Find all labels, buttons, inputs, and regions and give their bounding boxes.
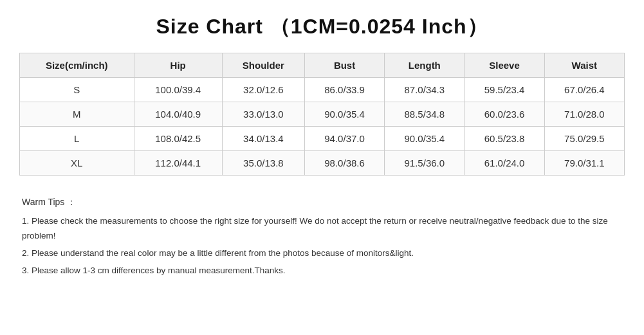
- cell-length: 90.0/35.4: [385, 127, 465, 151]
- cell-length: 91.5/36.0: [385, 151, 465, 176]
- table-header-row: Size(cm/inch) Hip Shoulder Bust Length S…: [20, 53, 625, 78]
- cell-bust: 98.0/38.6: [304, 151, 384, 176]
- warm-tips-item-2: 2. Please understand the real color may …: [22, 246, 622, 261]
- cell-bust: 90.0/35.4: [304, 102, 384, 127]
- cell-size: M: [20, 102, 134, 127]
- col-header-bust: Bust: [304, 53, 384, 78]
- table-row: M104.0/40.933.0/13.090.0/35.488.5/34.860…: [20, 102, 625, 127]
- cell-waist: 71.0/28.0: [544, 102, 624, 127]
- col-header-waist: Waist: [544, 53, 624, 78]
- size-table: Size(cm/inch) Hip Shoulder Bust Length S…: [19, 53, 625, 176]
- cell-shoulder: 35.0/13.8: [222, 151, 304, 176]
- cell-waist: 79.0/31.1: [544, 151, 624, 176]
- cell-shoulder: 34.0/13.4: [222, 127, 304, 151]
- col-header-length: Length: [385, 53, 465, 78]
- cell-bust: 94.0/37.0: [304, 127, 384, 151]
- table-row: L108.0/42.534.0/13.494.0/37.090.0/35.460…: [20, 127, 625, 151]
- col-header-hip: Hip: [134, 53, 222, 78]
- cell-sleeve: 60.0/23.6: [465, 102, 544, 127]
- cell-length: 87.0/34.3: [385, 78, 465, 102]
- cell-shoulder: 33.0/13.0: [222, 102, 304, 127]
- cell-size: L: [20, 127, 134, 151]
- cell-waist: 67.0/26.4: [544, 78, 624, 102]
- cell-hip: 108.0/42.5: [134, 127, 222, 151]
- cell-size: XL: [20, 151, 134, 176]
- cell-hip: 100.0/39.4: [134, 78, 222, 102]
- cell-size: S: [20, 78, 134, 102]
- cell-length: 88.5/34.8: [385, 102, 465, 127]
- cell-shoulder: 32.0/12.6: [222, 78, 304, 102]
- cell-sleeve: 59.5/23.4: [465, 78, 544, 102]
- warm-tips-section: Warm Tips ： 1. Please check the measurem…: [19, 190, 625, 286]
- warm-tips-title: Warm Tips ：: [22, 195, 622, 210]
- col-header-sleeve: Sleeve: [465, 53, 544, 78]
- cell-hip: 112.0/44.1: [134, 151, 222, 176]
- cell-sleeve: 60.5/23.8: [465, 127, 544, 151]
- warm-tips-item-1: 1. Please check the measurements to choo…: [22, 214, 622, 244]
- col-header-size: Size(cm/inch): [20, 53, 134, 78]
- col-header-shoulder: Shoulder: [222, 53, 304, 78]
- page-title: Size Chart （1CM=0.0254 Inch）: [19, 13, 625, 41]
- page-container: Size Chart （1CM=0.0254 Inch） Size(cm/inc…: [0, 0, 644, 335]
- table-row: S100.0/39.432.0/12.686.0/33.987.0/34.359…: [20, 78, 625, 102]
- cell-waist: 75.0/29.5: [544, 127, 624, 151]
- cell-sleeve: 61.0/24.0: [465, 151, 544, 176]
- table-row: XL112.0/44.135.0/13.898.0/38.691.5/36.06…: [20, 151, 625, 176]
- cell-hip: 104.0/40.9: [134, 102, 222, 127]
- warm-tips-item-3: 3. Please allow 1-3 cm differences by ma…: [22, 264, 622, 278]
- cell-bust: 86.0/33.9: [304, 78, 384, 102]
